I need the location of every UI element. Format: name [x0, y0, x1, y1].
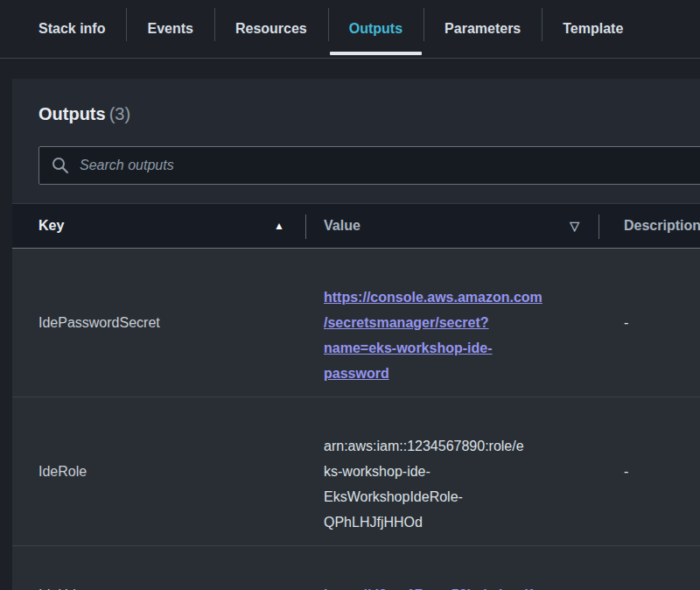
outputs-panel-header: Outputs(3): [12, 79, 700, 146]
panel-title: Outputs(3): [38, 102, 700, 126]
outputs-table-header: Key ▲ Value ▽ Description: [12, 203, 700, 249]
tab-label: Template: [563, 21, 623, 37]
tab-label: Events: [147, 21, 192, 37]
tab-outputs[interactable]: Outputs: [328, 0, 424, 58]
outputs-count-badge: (3): [109, 104, 130, 123]
tab-label: Resources: [235, 21, 307, 37]
column-header-value[interactable]: Value ▽: [305, 204, 598, 248]
tab-label: Parameters: [444, 21, 521, 37]
table-row-ide-url: IdeUrl https://d2cm17mep53jml.cloudf ron…: [12, 545, 700, 590]
output-description: -: [598, 464, 700, 480]
column-label-value: Value: [324, 218, 360, 234]
tab-events[interactable]: Events: [126, 0, 214, 58]
output-description: -: [598, 587, 700, 590]
output-value: https://console.aws.amazon.com /secretsm…: [305, 259, 598, 386]
output-key: IdeUrl: [12, 587, 305, 590]
column-label-key: Key: [38, 218, 64, 234]
column-label-description: Description: [624, 218, 700, 234]
search-outputs-box: [38, 146, 700, 185]
sort-ascending-icon[interactable]: ▲: [274, 221, 284, 231]
sort-descending-icon[interactable]: ▽: [570, 220, 579, 232]
output-value: arn:aws:iam::1234567890:role/e ks-worksh…: [305, 408, 598, 535]
tab-resources[interactable]: Resources: [214, 0, 328, 58]
outputs-filter-row: [12, 146, 700, 185]
tab-label: Outputs: [349, 21, 402, 37]
outputs-table: Key ▲ Value ▽ Description IdePasswordSec…: [12, 203, 700, 590]
output-value-text: arn:aws:iam::1234567890:role/e ks-worksh…: [324, 439, 524, 530]
output-key: IdePasswordSecret: [12, 315, 305, 331]
output-key: IdeRole: [12, 464, 305, 480]
panel-title-text: Outputs: [38, 104, 106, 123]
tab-label: Stack info: [38, 21, 105, 37]
stack-detail-page: Stack info Events Resources Outputs Para…: [0, 0, 700, 59]
search-outputs-input[interactable]: [38, 146, 700, 185]
output-description: -: [598, 315, 700, 331]
tab-parameters[interactable]: Parameters: [424, 0, 542, 58]
outputs-panel: Outputs(3) Key ▲ Value ▽: [12, 79, 700, 590]
output-value: https://d2cm17mep53jml.cloudf ront.net: [305, 557, 598, 590]
table-row-ide-password-secret: IdePasswordSecret https://console.aws.am…: [12, 249, 700, 397]
tab-template[interactable]: Template: [542, 0, 644, 58]
stack-tabs: Stack info Events Resources Outputs Para…: [0, 0, 700, 59]
column-header-key[interactable]: Key ▲: [12, 204, 305, 248]
outputs-table-body: IdePasswordSecret https://console.aws.am…: [12, 249, 700, 590]
tab-stack-info[interactable]: Stack info: [18, 0, 126, 58]
column-header-description[interactable]: Description: [598, 204, 700, 248]
output-value-link[interactable]: https://console.aws.amazon.com /secretsm…: [324, 290, 542, 381]
table-row-ide-role: IdeRole arn:aws:iam::1234567890:role/e k…: [12, 397, 700, 545]
